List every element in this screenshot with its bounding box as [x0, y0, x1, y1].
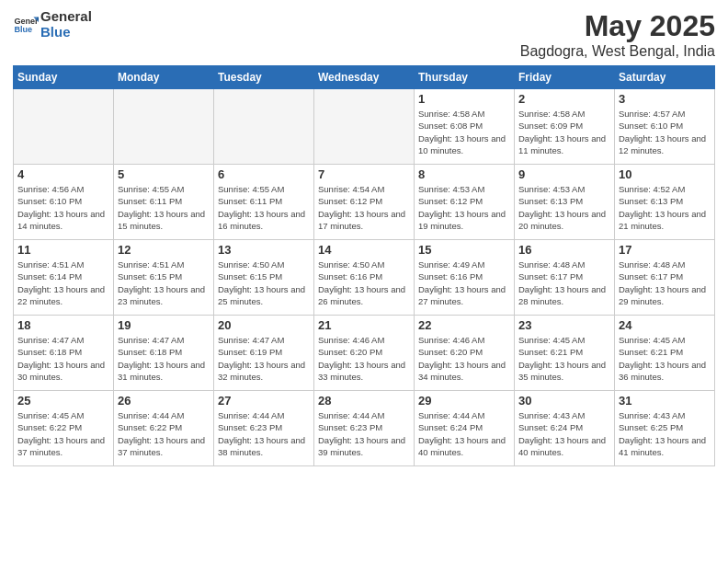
day-cell-17: 17Sunrise: 4:48 AM Sunset: 6:17 PM Dayli… — [615, 240, 715, 316]
day-info: Sunrise: 4:46 AM Sunset: 6:20 PM Dayligh… — [318, 334, 410, 383]
day-number: 22 — [418, 318, 510, 332]
day-cell-22: 22Sunrise: 4:46 AM Sunset: 6:20 PM Dayli… — [415, 316, 515, 391]
day-cell-12: 12Sunrise: 4:51 AM Sunset: 6:15 PM Dayli… — [114, 240, 214, 316]
day-cell-30: 30Sunrise: 4:43 AM Sunset: 6:24 PM Dayli… — [515, 391, 615, 466]
day-cell-31: 31Sunrise: 4:43 AM Sunset: 6:25 PM Dayli… — [615, 391, 715, 466]
day-info: Sunrise: 4:47 AM Sunset: 6:19 PM Dayligh… — [218, 334, 310, 383]
day-cell-13: 13Sunrise: 4:50 AM Sunset: 6:15 PM Dayli… — [214, 240, 314, 316]
day-cell-6: 6Sunrise: 4:55 AM Sunset: 6:11 PM Daylig… — [214, 165, 314, 240]
day-number: 28 — [318, 394, 410, 408]
svg-text:Blue: Blue — [14, 24, 32, 33]
day-info: Sunrise: 4:50 AM Sunset: 6:16 PM Dayligh… — [318, 259, 410, 307]
day-cell-15: 15Sunrise: 4:49 AM Sunset: 6:16 PM Dayli… — [415, 240, 515, 316]
day-info: Sunrise: 4:49 AM Sunset: 6:16 PM Dayligh… — [418, 259, 510, 307]
day-number: 23 — [518, 318, 610, 332]
logo-icon: General Blue — [13, 12, 39, 38]
day-number: 26 — [118, 394, 210, 408]
day-number: 7 — [318, 167, 410, 181]
day-cell-2: 2Sunrise: 4:58 AM Sunset: 6:09 PM Daylig… — [515, 89, 615, 165]
day-number: 31 — [619, 394, 711, 408]
day-number: 18 — [17, 318, 109, 332]
day-info: Sunrise: 4:50 AM Sunset: 6:15 PM Dayligh… — [218, 259, 310, 307]
day-number: 3 — [619, 92, 711, 106]
day-info: Sunrise: 4:51 AM Sunset: 6:14 PM Dayligh… — [17, 259, 109, 307]
day-number: 24 — [619, 318, 711, 332]
day-info: Sunrise: 4:55 AM Sunset: 6:11 PM Dayligh… — [118, 183, 210, 232]
day-info: Sunrise: 4:47 AM Sunset: 6:18 PM Dayligh… — [118, 334, 210, 383]
day-cell-9: 9Sunrise: 4:53 AM Sunset: 6:13 PM Daylig… — [515, 165, 615, 240]
day-cell-8: 8Sunrise: 4:53 AM Sunset: 6:12 PM Daylig… — [415, 165, 515, 240]
day-number: 30 — [518, 394, 610, 408]
day-cell-empty — [14, 89, 114, 165]
day-info: Sunrise: 4:52 AM Sunset: 6:13 PM Dayligh… — [619, 183, 711, 232]
column-header-wednesday: Wednesday — [314, 66, 415, 89]
day-info: Sunrise: 4:54 AM Sunset: 6:12 PM Dayligh… — [318, 183, 410, 232]
logo-blue: Blue — [40, 25, 92, 40]
day-info: Sunrise: 4:43 AM Sunset: 6:25 PM Dayligh… — [619, 409, 711, 458]
column-header-monday: Monday — [114, 66, 214, 89]
day-cell-empty — [214, 89, 314, 165]
day-cell-20: 20Sunrise: 4:47 AM Sunset: 6:19 PM Dayli… — [214, 316, 314, 391]
day-cell-14: 14Sunrise: 4:50 AM Sunset: 6:16 PM Dayli… — [314, 240, 415, 316]
day-cell-empty — [114, 89, 214, 165]
day-cell-27: 27Sunrise: 4:44 AM Sunset: 6:23 PM Dayli… — [214, 391, 314, 466]
day-number: 5 — [118, 167, 210, 181]
day-number: 19 — [118, 318, 210, 332]
day-info: Sunrise: 4:44 AM Sunset: 6:23 PM Dayligh… — [218, 409, 310, 458]
day-info: Sunrise: 4:58 AM Sunset: 6:08 PM Dayligh… — [418, 108, 510, 156]
main-container: General Blue General Blue May 2025 Bagdo… — [0, 0, 728, 476]
day-number: 15 — [418, 243, 510, 257]
day-info: Sunrise: 4:44 AM Sunset: 6:22 PM Dayligh… — [118, 409, 210, 458]
header-row: SundayMondayTuesdayWednesdayThursdayFrid… — [14, 66, 715, 89]
day-cell-28: 28Sunrise: 4:44 AM Sunset: 6:23 PM Dayli… — [314, 391, 415, 466]
day-info: Sunrise: 4:53 AM Sunset: 6:12 PM Dayligh… — [418, 183, 510, 232]
column-header-thursday: Thursday — [415, 66, 515, 89]
day-number: 17 — [619, 243, 711, 257]
day-number: 14 — [318, 243, 410, 257]
day-cell-29: 29Sunrise: 4:44 AM Sunset: 6:24 PM Dayli… — [415, 391, 515, 466]
calendar-table: SundayMondayTuesdayWednesdayThursdayFrid… — [13, 65, 715, 466]
logo: General Blue General Blue — [13, 9, 92, 40]
column-header-sunday: Sunday — [14, 66, 114, 89]
day-number: 6 — [218, 167, 310, 181]
day-cell-19: 19Sunrise: 4:47 AM Sunset: 6:18 PM Dayli… — [114, 316, 214, 391]
day-cell-16: 16Sunrise: 4:48 AM Sunset: 6:17 PM Dayli… — [515, 240, 615, 316]
column-header-saturday: Saturday — [615, 66, 715, 89]
week-row-4: 18Sunrise: 4:47 AM Sunset: 6:18 PM Dayli… — [14, 316, 715, 391]
logo-general: General — [40, 9, 92, 25]
day-info: Sunrise: 4:56 AM Sunset: 6:10 PM Dayligh… — [17, 183, 109, 232]
day-info: Sunrise: 4:46 AM Sunset: 6:20 PM Dayligh… — [418, 334, 510, 383]
day-number: 11 — [17, 243, 109, 257]
day-cell-18: 18Sunrise: 4:47 AM Sunset: 6:18 PM Dayli… — [14, 316, 114, 391]
day-cell-7: 7Sunrise: 4:54 AM Sunset: 6:12 PM Daylig… — [314, 165, 415, 240]
day-number: 9 — [518, 167, 610, 181]
subtitle: Bagdogra, West Bengal, India — [520, 43, 715, 60]
day-info: Sunrise: 4:43 AM Sunset: 6:24 PM Dayligh… — [518, 409, 610, 458]
day-info: Sunrise: 4:45 AM Sunset: 6:21 PM Dayligh… — [518, 334, 610, 383]
day-cell-24: 24Sunrise: 4:45 AM Sunset: 6:21 PM Dayli… — [615, 316, 715, 391]
day-cell-11: 11Sunrise: 4:51 AM Sunset: 6:14 PM Dayli… — [14, 240, 114, 316]
day-number: 8 — [418, 167, 510, 181]
day-info: Sunrise: 4:48 AM Sunset: 6:17 PM Dayligh… — [619, 259, 711, 307]
day-info: Sunrise: 4:53 AM Sunset: 6:13 PM Dayligh… — [518, 183, 610, 232]
day-cell-25: 25Sunrise: 4:45 AM Sunset: 6:22 PM Dayli… — [14, 391, 114, 466]
day-cell-3: 3Sunrise: 4:57 AM Sunset: 6:10 PM Daylig… — [615, 89, 715, 165]
day-number: 20 — [218, 318, 310, 332]
day-cell-26: 26Sunrise: 4:44 AM Sunset: 6:22 PM Dayli… — [114, 391, 214, 466]
main-title: May 2025 — [520, 9, 715, 43]
day-number: 12 — [118, 243, 210, 257]
day-number: 10 — [619, 167, 711, 181]
day-info: Sunrise: 4:44 AM Sunset: 6:23 PM Dayligh… — [318, 409, 410, 458]
day-number: 16 — [518, 243, 610, 257]
day-number: 13 — [218, 243, 310, 257]
day-number: 1 — [418, 92, 510, 106]
day-info: Sunrise: 4:58 AM Sunset: 6:09 PM Dayligh… — [518, 108, 610, 156]
week-row-1: 1Sunrise: 4:58 AM Sunset: 6:08 PM Daylig… — [14, 89, 715, 165]
day-cell-1: 1Sunrise: 4:58 AM Sunset: 6:08 PM Daylig… — [415, 89, 515, 165]
day-number: 21 — [318, 318, 410, 332]
week-row-2: 4Sunrise: 4:56 AM Sunset: 6:10 PM Daylig… — [14, 165, 715, 240]
day-number: 27 — [218, 394, 310, 408]
day-cell-5: 5Sunrise: 4:55 AM Sunset: 6:11 PM Daylig… — [114, 165, 214, 240]
day-number: 4 — [17, 167, 109, 181]
day-cell-4: 4Sunrise: 4:56 AM Sunset: 6:10 PM Daylig… — [14, 165, 114, 240]
